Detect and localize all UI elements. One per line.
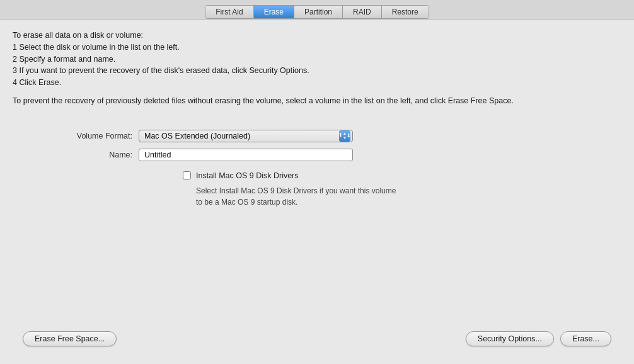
volume-format-label: Volume Format:	[50, 132, 132, 140]
button-right-group: Security Options... Erase...	[466, 331, 611, 346]
content-area: To erase all data on a disk or volume: 1…	[0, 20, 634, 364]
name-label: Name:	[50, 151, 132, 159]
install-mac-os9-label: Install Mac OS 9 Disk Drivers	[196, 171, 299, 180]
erase-button[interactable]: Erase...	[560, 331, 611, 346]
install-mac-os9-checkbox[interactable]	[183, 171, 191, 179]
tab-partition[interactable]: Partition	[294, 6, 343, 18]
tab-container: First Aid Erase Partition RAID Restore	[205, 5, 429, 19]
tab-raid[interactable]: RAID	[343, 6, 382, 18]
spacer	[13, 208, 621, 326]
tab-first-aid[interactable]: First Aid	[205, 6, 253, 18]
instructions-section: To erase all data on a disk or volume: 1…	[13, 30, 621, 113]
instruction-line6: To prevent the recovery of previously de…	[13, 96, 514, 105]
volume-format-row: Volume Format: Mac OS Extended (Journale…	[50, 130, 353, 142]
button-left-group: Erase Free Space...	[23, 331, 117, 346]
button-bar: Erase Free Space... Security Options... …	[13, 325, 621, 355]
instruction-line2: 1 Select the disk or volume in the list …	[13, 43, 180, 52]
name-row: Name:	[50, 149, 353, 161]
instruction-line3: 2 Specify a format and name.	[13, 55, 115, 64]
checkbox-description: Select Install Mac OS 9 Disk Drivers if …	[196, 185, 404, 208]
volume-format-wrapper: Mac OS Extended (Journaled) Mac OS Exten…	[139, 130, 353, 142]
instruction-line4: 3 If you want to prevent the recovery of…	[13, 66, 309, 75]
name-input[interactable]	[139, 149, 353, 161]
checkbox-row: Install Mac OS 9 Disk Drivers	[183, 171, 621, 180]
instruction-line1: To erase all data on a disk or volume:	[13, 31, 143, 40]
volume-format-select[interactable]: Mac OS Extended (Journaled) Mac OS Exten…	[139, 130, 353, 142]
tab-restore[interactable]: Restore	[382, 6, 429, 18]
tab-erase[interactable]: Erase	[254, 6, 294, 18]
checkbox-section: Install Mac OS 9 Disk Drivers Select Ins…	[183, 171, 621, 208]
erase-free-space-button[interactable]: Erase Free Space...	[23, 331, 117, 346]
instruction-line5: 4 Click Erase.	[13, 78, 61, 87]
tab-bar: First Aid Erase Partition RAID Restore	[0, 0, 634, 20]
form-section: Volume Format: Mac OS Extended (Journale…	[50, 130, 621, 168]
security-options-button[interactable]: Security Options...	[466, 331, 554, 346]
disk-utility-window: First Aid Erase Partition RAID Restore T…	[0, 0, 634, 364]
